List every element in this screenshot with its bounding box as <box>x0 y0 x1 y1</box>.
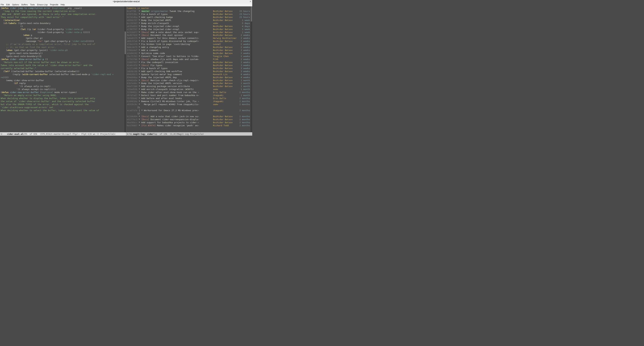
left-pane: (defun cider-jump-to-compilation-error (… <box>0 6 126 136</box>
commit-row[interactable]: 2bcf5763 * Convert "See Also" text to bu… <box>127 55 252 58</box>
code-line: (defun cider-new-error-buffer (&optional… <box>1 91 126 94</box>
modeline-vcs: Git-master <box>49 133 61 135</box>
commit-graph-line: |/ <box>127 112 252 115</box>
menu-tools[interactable]: Tools <box>30 3 35 6</box>
magit-log-buffer[interactable]: Commits in master8ca7f96 * master origin… <box>126 6 252 132</box>
modeline-buffer-name: magit-log: cider <box>133 133 153 135</box>
commit-row[interactable]: e7387f07 * Bump the injected cider-nrepl… <box>127 28 252 31</box>
code-line: '(t always only-in-repl) <box>1 85 126 88</box>
menu-options[interactable]: Options <box>12 3 19 6</box>
commit-row[interactable]: b160616a * Remove CircleCI MS-Windows-li… <box>127 100 252 103</box>
menu-buffers[interactable]: Buffers <box>21 3 28 6</box>
menu-file[interactable]: File <box>1 3 4 6</box>
commit-row[interactable]: 8ca7f96 * master origin/master Tweak the… <box>127 10 252 13</box>
window-titlebar: ~/projects/cider/cider-eval.el ✕ <box>0 0 252 3</box>
commit-row[interactable]: 4ba36bcc * Add support for babashka proj… <box>127 121 252 124</box>
commit-row[interactable]: ab910c8c * Merge pull request #3082 from… <box>127 103 252 106</box>
commit-row[interactable]: bcc5936f * Bump enrich-classpathvemv5 da… <box>127 22 252 25</box>
modeline-modes: (Magit Log Projectile) <box>176 133 204 135</box>
commit-row[interactable]: 3168f937 * Fix the codespell invocationB… <box>127 61 252 64</box>
code-line: (goto-char p) <box>1 37 126 40</box>
commit-row[interactable]: 474e2479 * Fix broken link in page 'cont… <box>127 43 252 46</box>
code-line: "Jump to the line causing the current co… <box>1 10 126 13</box>
code-line: "Return an empty error buffer using MODE… <box>1 94 126 97</box>
commit-row[interactable]: 83b7e84c * Bump the injected nREPL versi… <box>127 82 252 85</box>
code-line: «e)))) <box>1 76 126 79</box>
code-line: (message "%s" (get-char-property p 'cide… <box>1 40 126 43</box>
scrollbar-left[interactable] <box>124 6 126 132</box>
code-line: (if replp <box>1 82 126 85</box>
code-line: but also the ERROR-TYPES of the error, w… <box>1 103 126 106</box>
menu-help[interactable]: Help <box>60 3 65 6</box>
scrollbar-thumb[interactable] <box>124 31 126 54</box>
commit-row[interactable]: 94aff280 * Add missing package-version a… <box>127 85 252 88</box>
modeline-status: U:%%- <box>127 133 133 135</box>
commit-row[interactable]: e52f78c5 * [Docs] Document cider-macroex… <box>127 118 252 121</box>
code-line: (memq cider-show-error-buffer <box>1 79 126 82</box>
modeline-position: 23% of 63k (375,0) <box>23 133 49 135</box>
commit-row[interactable]: 7d2ed59b * Add enrich-classpath integrat… <box>127 88 252 91</box>
code-line: ;; it, so that we find the next error. <box>1 46 126 49</box>
close-icon[interactable]: ✕ <box>250 0 251 3</box>
commit-row[interactable]: a30d2e5e * [Docs] Mention cider-check-cl… <box>127 79 252 82</box>
commit-row[interactable]: 6a176867 * [Fix #3074] Makes cider recog… <box>127 124 252 127</box>
code-line: (when p <box>1 34 126 37</box>
commit-row[interactable]: bf8f53bc * Fix a bunch of typosBozhidar … <box>127 13 252 16</box>
commit-graph-line: |\ <box>127 106 252 109</box>
menu-edit[interactable]: Edit <box>6 3 10 6</box>
code-line: `cider-stacktrace-suppressed-errors' set… <box>1 106 126 109</box>
code-line: Takes into account both the value of `ci… <box>1 64 126 67</box>
scrollbar-thumb[interactable] <box>251 6 252 21</box>
code-line: (cl-labels ((goto-next-note-boundary <box>1 22 126 25</box>
code-line: '(t always except-in-repl))))) <box>1 88 126 91</box>
code-line: "Return non-nil if the error buffer must… <box>1 61 126 64</box>
modeline-status: U:--- <box>1 133 7 135</box>
commit-row[interactable]: 10b9b19b * Add spell-checking GHA workfl… <box>127 70 252 73</box>
code-line: They exist for compatibility with `next-… <box>1 16 126 19</box>
commit-row[interactable]: d97dfa07 * Detect host and port number f… <box>127 94 252 97</box>
menu-projectile[interactable]: Projectile <box>50 3 58 6</box>
code-line: (cider-find-property 'cider-note-p t)))) <box>1 31 126 34</box>
code-line: (let ((p (or (cider-find-property 'cider… <box>1 28 126 31</box>
code-line: (defun cider--show-error-buffer-p () <box>1 58 126 61</box>
source-buffer[interactable]: (defun cider-jump-to-compilation-error (… <box>0 6 126 132</box>
modeline-right[interactable]: U:%%- magit-log: cider Top of 13k (1,0) … <box>126 132 252 136</box>
commit-row[interactable]: 9d4c46f9 * Add a changelog entryBozhidar… <box>127 46 252 49</box>
commit-row[interactable]: 370da4ef * Add a commentBozhidar Batsov2… <box>127 49 252 52</box>
code-line: When deciding whether to display the buf… <box>1 97 126 100</box>
commit-row[interactable]: 1aba0175 * Add support for Unix domain s… <box>127 37 252 40</box>
right-pane: Commits in master8ca7f96 * master origin… <box>126 6 252 136</box>
commit-row[interactable]: 7228402c * Make cider-after-eval-done-ho… <box>127 91 252 94</box>
commit-row[interactable]: 8edbf81d * [Docs] Document the eval spin… <box>127 34 252 37</box>
modeline-modes: (ELisp/l Fly/-- FlyC:1|0 ws () Projectil… <box>61 133 116 135</box>
code-line: When deciding whether to select the buff… <box>1 109 126 112</box>
menubar: File Edit Options Buffers Tools Emacs-Li… <box>0 3 252 6</box>
code-line: ;; if we're already on a compilation err… <box>1 43 126 46</box>
commit-row[interactable]: 41abc47d * [Docs] Fix typosBozhidar Bats… <box>127 64 252 67</box>
code-line: the value of `cider-show-error-buffer' a… <box>1 100 126 103</box>
commit-row[interactable]: 75755b42 * Add before and after eval hoo… <box>127 97 252 100</box>
commit-row[interactable]: 82741dba * Add spell-checking badgeBozhi… <box>127 16 252 19</box>
code-line: (goto-next-note-boundary))) <box>1 55 126 58</box>
workspace: (defun cider-jump-to-compilation-error (… <box>0 6 252 136</box>
modeline-buffer-name: cider-eval.el <box>7 133 24 135</box>
commit-row[interactable]: 93eb04ba * Bump the injected nREPL depBo… <box>127 76 252 79</box>
commit-row[interactable]: 1f763f86 * [Docs] shadow-cljs with deps.… <box>127 58 252 61</box>
commit-row[interactable]: a95bbf07 * Bump the injected nREPLBozhid… <box>127 19 252 22</box>
commit-row[interactable]: 4c516dff * [Docs] Add a note about the u… <box>127 31 252 34</box>
commit-row[interactable]: a88c97a6 * Fix a bunch of typos discover… <box>127 40 252 43</box>
commit-row[interactable]: e2e04242 * Optimize some codeBozhidar Ba… <box>127 52 252 55</box>
modeline-left[interactable]: U:--- cider-eval.el 23% of 63k (375,0) G… <box>0 132 126 136</box>
code-line: _ARG and _RESET are ignored, as there is… <box>1 13 126 16</box>
menu-emacs-lisp[interactable]: Emacs-Lisp <box>37 3 48 6</box>
commit-row[interactable]: 604105c5 * Update *print-meta* bug comme… <box>127 73 252 76</box>
magit-section-header[interactable]: Commits in master <box>127 7 252 10</box>
commit-row[interactable]: 823d4d04 * [Docs] Add a note that cider-… <box>127 115 252 118</box>
commit-row[interactable]: a635e852 * Bump the injected cider-nrepl… <box>127 25 252 28</box>
code-line: (goto-next-note-boundary)) <box>1 52 126 55</box>
commit-row[interactable]: ecad7a7e | * Workaround for Emacs 27.2 M… <box>127 109 252 112</box>
code-line: currently selected buffer." <box>1 67 126 70</box>
window-title: ~/projects/cider/cider-eval.el <box>112 0 140 3</box>
commit-row[interactable]: 3c5f1d46 * Fix a bunch of typosBozhidar … <box>127 67 252 70</box>
scrollbar-right[interactable] <box>250 6 252 132</box>
